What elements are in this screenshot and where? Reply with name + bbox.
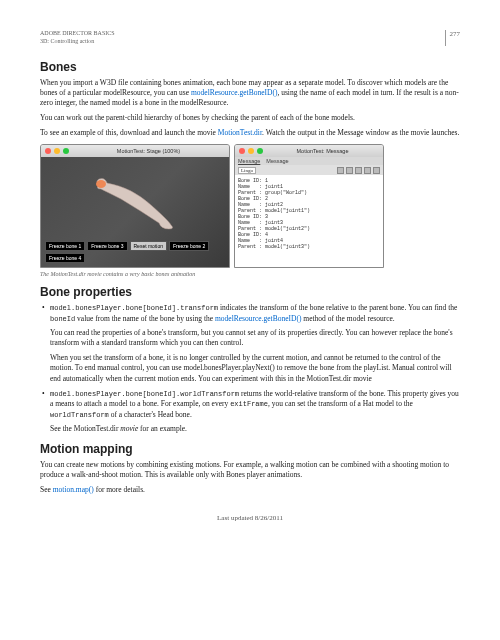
message-output: Bone ID: 1 Name : joint1 Parent : group(… (235, 175, 383, 267)
bones-heading: Bones (40, 60, 460, 74)
page-header: ADOBE DIRECTOR BASICS 3D: Controlling ac… (40, 30, 460, 46)
bones-p2: You can work out the parent-child hierar… (40, 113, 460, 123)
message-window: MotionTest: Message Message Message Ling… (234, 144, 384, 268)
zoom-icon[interactable] (63, 148, 69, 154)
toolbar-icon[interactable] (355, 167, 362, 174)
freeze-bone-3-button[interactable]: Freeze bone 3 (87, 241, 127, 251)
close-icon[interactable] (239, 148, 245, 154)
footer-updated: Last updated 8/26/2011 (40, 514, 460, 522)
reset-motion-button[interactable]: Reset motion (130, 241, 167, 251)
bone-graphic (91, 177, 181, 232)
message-tabs: Message Message (235, 157, 383, 165)
link-getboneid[interactable]: modelResource.getBoneID() (191, 88, 277, 97)
bones-p1: When you import a W3D file containing bo… (40, 78, 460, 108)
page-number: 277 (445, 30, 461, 46)
li1-p3: When you set the transform of a bone, it… (50, 353, 460, 383)
header-subtitle: 3D: Controlling action (40, 38, 115, 46)
link-motiontest[interactable]: MotionTest.dir (218, 128, 262, 137)
zoom-icon[interactable] (257, 148, 263, 154)
bone-properties-list: model.bonesPlayer.bone[boneId].transform… (40, 303, 460, 434)
stage-title: MotionTest: Stage (100%) (72, 148, 225, 154)
li2-p2: See the MotionTest.dir movie for an exam… (50, 424, 460, 434)
tab-message-2[interactable]: Message (266, 158, 288, 164)
li1-p2: You can read the properties of a bone's … (50, 328, 460, 348)
link-motion-map[interactable]: motion.map() (53, 485, 94, 494)
toolbar-icon[interactable] (364, 167, 371, 174)
motion-mapping-heading: Motion mapping (40, 442, 460, 456)
tab-message-1[interactable]: Message (238, 158, 260, 164)
message-toolbar: Lingo (235, 165, 383, 175)
freeze-bone-2-button[interactable]: Freeze bone 2 (169, 241, 209, 251)
list-item: model.bonesPlayer.bone[boneId].worldTran… (50, 389, 460, 434)
freeze-bone-1-button[interactable]: Freeze bone 1 (45, 241, 85, 251)
figure-caption: The MotionTest.dir movie contains a very… (40, 271, 460, 277)
minimize-icon[interactable] (54, 148, 60, 154)
message-titlebar: MotionTest: Message (235, 145, 383, 157)
bone-properties-heading: Bone properties (40, 285, 460, 299)
header-title: ADOBE DIRECTOR BASICS (40, 30, 115, 38)
stage-viewport: Freeze bone 1 Freeze bone 3 Reset motion… (41, 157, 229, 267)
minimize-icon[interactable] (248, 148, 254, 154)
motion-p2: See motion.map() for more details. (40, 485, 460, 495)
freeze-bone-4-button[interactable]: Freeze bone 4 (45, 253, 85, 263)
message-title: MotionTest: Message (266, 148, 379, 154)
toolbar-icon[interactable] (337, 167, 344, 174)
stage-titlebar: MotionTest: Stage (100%) (41, 145, 229, 157)
list-item: model.bonesPlayer.bone[boneId].transform… (50, 303, 460, 384)
stage-window: MotionTest: Stage (100%) Freeze bone 1 F… (40, 144, 230, 268)
bones-p3: To see an example of this, download and … (40, 128, 460, 138)
toolbar-icon[interactable] (373, 167, 380, 174)
figure: MotionTest: Stage (100%) Freeze bone 1 F… (40, 144, 460, 277)
language-select[interactable]: Lingo (238, 167, 256, 174)
close-icon[interactable] (45, 148, 51, 154)
page: ADOBE DIRECTOR BASICS 3D: Controlling ac… (0, 0, 500, 542)
motion-p1: You can create new motions by combining … (40, 460, 460, 480)
toolbar-icon[interactable] (346, 167, 353, 174)
svg-point-0 (96, 180, 106, 188)
link-getboneid[interactable]: modelResource.getBoneID() (215, 314, 301, 323)
